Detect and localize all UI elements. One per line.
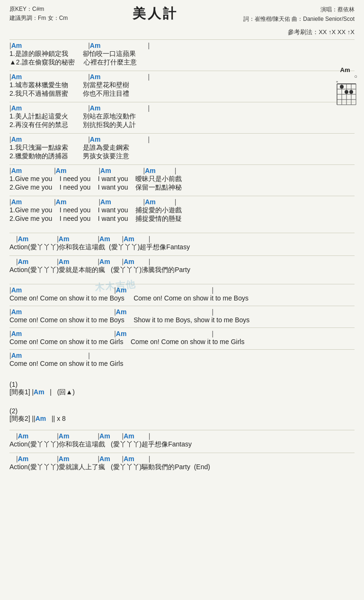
chord-row-8: |Am |Am |Am |Am | xyxy=(9,258,355,265)
lyric-3-1: 1.美人計點起這愛火 別站在原地沒動作 xyxy=(9,112,355,121)
lyric-1-2: ▲2.誰在偷窺我的秘密 心裡在打什麼主意 xyxy=(9,58,355,67)
strum-ref: 參考刷法：XX ↑X XX ↑X xyxy=(9,28,355,36)
header-center: 美人計 xyxy=(68,5,243,23)
section-11: |Am |Am | Come on! Come on show it to me… xyxy=(9,327,355,347)
chord-row-9: |Am |Am | xyxy=(9,286,355,294)
ending-lyric-2: Action(愛丫丫丫)愛就讓人上了瘋 (愛丫丫丫)驅動我們的Party (En… xyxy=(9,463,355,472)
section-8: |Am |Am |Am |Am | Action(愛丫丫丫)愛就是本能的瘋 (愛… xyxy=(9,255,355,276)
interlude2-label: (2) xyxy=(9,407,355,415)
chord-row-7: |Am |Am |Am |Am | xyxy=(9,235,355,243)
svg-point-11 xyxy=(345,90,348,94)
lyric-7: Action(愛丫丫丫)你和我在這場戲 (愛丫丫丫)超乎想像Fantasy xyxy=(9,243,355,252)
lyric-2-2: 2.我只不過補個唇蜜 你也不用注目禮 xyxy=(9,90,355,98)
lyric-5-2: 2.Give me you I need you I want you 保留一點… xyxy=(9,183,355,192)
lyric-4-1: 1.我只洩漏一點線索 是誰為愛走鋼索 xyxy=(9,144,355,152)
credits: 詞：崔惟楷/陳天佑 曲：Danielle Senior/Scot xyxy=(243,14,355,24)
section-1: |Am |Am | 1.是誰的眼神鎖定我 卻怕咬一口這蘋果 ▲2.誰在偷窺我的秘… xyxy=(9,39,355,69)
lyric-1-1: 1.是誰的眼神鎖定我 卻怕咬一口這蘋果 xyxy=(9,50,355,58)
section-7: |Am |Am |Am |Am | Action(愛丫丫丫)你和我在這場戲 (愛… xyxy=(9,233,355,254)
suggested-key: 建議男調：Fm 女：Cm xyxy=(9,14,68,23)
section-6: |Am |Am |Am |Am | 1.Give me you I need y… xyxy=(9,196,355,225)
section-9: |Am |Am | Come on! Come on show it to me… xyxy=(9,284,355,304)
ending-chord-row-2: |Am |Am |Am |Am | xyxy=(9,455,355,463)
section-2: |Am |Am | 1.城市叢林獵愛生物 別當壁花和壁樹 2.我只不過補個唇蜜 … xyxy=(9,71,355,100)
chord-row-12: |Am | xyxy=(9,352,355,359)
performer: 演唱：蔡依林 xyxy=(243,5,355,14)
header-right: 演唱：蔡依林 詞：崔惟楷/陳天佑 曲：Danielle Senior/Scot xyxy=(243,5,355,24)
lyric-12: Come on! Come on show it to me Girls xyxy=(9,360,355,367)
interlude1-content: [間奏1] |Am | (回▲) xyxy=(9,388,355,397)
svg-point-12 xyxy=(349,90,353,94)
interlude1-label: (1) xyxy=(9,381,355,388)
original-key: 原KEY：C#m xyxy=(9,5,68,14)
interlude2-content: [間奏2] ||Am || x 8 xyxy=(9,415,355,423)
guitar-diagram: Am ○ × xyxy=(331,66,359,107)
song-title: 美人計 xyxy=(68,5,243,23)
chord-row-4: |Am |Am | xyxy=(9,136,355,143)
section-5: |Am |Am |Am |Am | 1.Give me you I need y… xyxy=(9,164,355,194)
ending-section-1: |Am |Am |Am |Am | Action(愛丫丫丫)你和我在這場戲 (愛… xyxy=(9,430,355,451)
open-string-indicator: ○ xyxy=(331,73,359,79)
spacer-3 xyxy=(9,371,355,377)
lyric-2-1: 1.城市叢林獵愛生物 別當壁花和壁樹 xyxy=(9,81,355,90)
section-3: |Am |Am | 1.美人計點起這愛火 別站在原地沒動作 2.再沒有任何的禁忌… xyxy=(9,102,355,131)
chord-row-2: |Am |Am | xyxy=(9,73,355,81)
ending-lyric-1: Action(愛丫丫丫)你和我在這場戲 (愛丫丫丫)超乎想像Fantasy xyxy=(9,440,355,449)
spacer-2 xyxy=(9,278,355,284)
diagram-chord-name: Am xyxy=(331,66,359,73)
lyric-3-2: 2.再沒有任何的禁忌 別抗拒我的美人計 xyxy=(9,121,355,129)
chord-row-6: |Am |Am |Am |Am | xyxy=(9,198,355,206)
header-left: 原KEY：C#m 建議男調：Fm 女：Cm xyxy=(9,5,68,23)
chord-row-10: |Am |Am | xyxy=(9,308,355,316)
chord-row-1: |Am |Am | xyxy=(9,42,355,49)
section-10: |Am |Am | Come on! Come on show it to me… xyxy=(9,306,355,326)
svg-text:×: × xyxy=(336,80,338,84)
lyric-5-1: 1.Give me you I need you I want you 曖昧只是… xyxy=(9,175,355,183)
ending-chord-row-1: |Am |Am |Am |Am | xyxy=(9,432,355,440)
chord-grid: × xyxy=(333,80,357,106)
section-4: |Am |Am | 1.我只洩漏一點線索 是誰為愛走鋼索 2.獵愛動物的誘捕器 … xyxy=(9,133,355,163)
section-12: |Am | Come on! Come on show it to me Gir… xyxy=(9,349,355,369)
lyric-9: Come on! Come on show it to me Boys Come… xyxy=(9,294,355,302)
lyric-4-2: 2.獵愛動物的誘捕器 男孩女孩要注意 xyxy=(9,152,355,161)
lyric-11: Come on! Come on show it to me Girls Com… xyxy=(9,338,355,345)
lyric-6-2: 2.Give me you I need you I want you 捕捉愛情… xyxy=(9,215,355,223)
spacer-1 xyxy=(9,227,355,233)
header: 原KEY：C#m 建議男調：Fm 女：Cm 美人計 演唱：蔡依林 詞：崔惟楷/陳… xyxy=(9,5,355,24)
ending-section-2: |Am |Am |Am |Am | Action(愛丫丫丫)愛就讓人上了瘋 (愛… xyxy=(9,453,355,473)
lyric-10: Come on! Come on show it to me Boys Show… xyxy=(9,316,355,324)
page: 原KEY：C#m 建議男調：Fm 女：Cm 美人計 演唱：蔡依林 詞：崔惟楷/陳… xyxy=(0,0,364,480)
spacer-5 xyxy=(9,424,355,430)
spacer-4 xyxy=(9,398,355,403)
chord-row-3: |Am |Am | xyxy=(9,104,355,112)
svg-point-13 xyxy=(340,85,344,89)
chord-row-5: |Am |Am |Am |Am | xyxy=(9,167,355,174)
interlude1-section: (1) [間奏1] |Am | (回▲) xyxy=(9,381,355,397)
interlude2-section: (2) [間奏2] ||Am || x 8 xyxy=(9,407,355,423)
chord-row-11: |Am |Am | xyxy=(9,330,355,337)
lyric-8: Action(愛丫丫丫)愛就是本能的瘋 (愛丫丫丫)沸騰我們的Party xyxy=(9,266,355,274)
lyric-6-1: 1.Give me you I need you I want you 捕捉愛的… xyxy=(9,206,355,215)
